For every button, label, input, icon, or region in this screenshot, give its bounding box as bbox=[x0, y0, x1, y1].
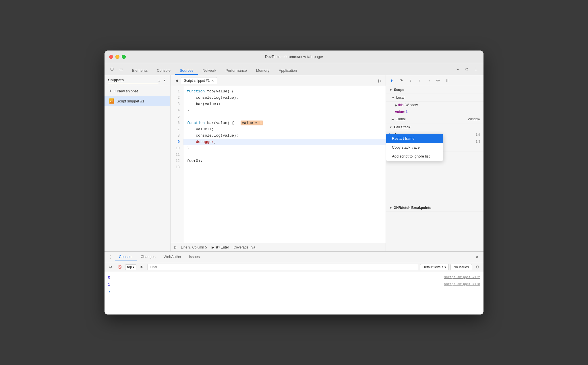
console-source-0[interactable]: Script snippet #1:2 bbox=[444, 275, 480, 279]
editor-nav-back-icon[interactable]: ◀ bbox=[173, 77, 180, 84]
call-stack-header[interactable]: ▼ Call Stack bbox=[386, 123, 483, 131]
code-line-2: console.log(value); bbox=[183, 95, 386, 101]
line-num-12: 12 bbox=[171, 158, 183, 164]
local-arrow-icon: ▼ bbox=[392, 96, 394, 99]
xhr-breakpoints-header[interactable]: ▼ XHR/fetch Breakpoints bbox=[386, 204, 483, 212]
bottom-tab-console[interactable]: Console bbox=[115, 253, 137, 261]
line-col-indicator: Line 9, Column 5 bbox=[181, 245, 207, 249]
scope-section: ▼ Scope ▼ Local ▶ this: Window value: 1 bbox=[386, 86, 483, 123]
code-line-1: function foo(value) { bbox=[183, 88, 386, 95]
global-header[interactable]: ▶ Global Window bbox=[386, 115, 483, 123]
tab-memory[interactable]: Memory bbox=[252, 67, 274, 75]
maximize-button[interactable] bbox=[122, 55, 126, 59]
main-content: Snippets » ⋮ + + New snippet JS Script s… bbox=[105, 75, 483, 251]
editor-run-icon[interactable]: ▷ bbox=[376, 77, 383, 84]
scope-header[interactable]: ▼ Scope bbox=[386, 86, 483, 94]
pause-on-exception-btn[interactable]: ⏸ bbox=[443, 77, 451, 85]
global-value: Window bbox=[468, 117, 480, 121]
console-entry-0: 0 Script snippet #1:2 bbox=[105, 274, 483, 281]
code-editor[interactable]: 1 2 3 4 5 6 7 8 9 10 11 12 13 function f… bbox=[171, 86, 386, 243]
frame-bar-location: 1:9 bbox=[476, 133, 480, 136]
deactivate-btn[interactable]: ✏ bbox=[434, 77, 442, 85]
top-context-select[interactable]: top ▾ bbox=[125, 264, 136, 270]
editor-tab-close-icon[interactable]: × bbox=[211, 79, 214, 83]
default-levels-dropdown[interactable]: Default levels ▾ bbox=[420, 264, 449, 270]
line-num-1: 1 bbox=[171, 88, 183, 95]
scope-this-key: this bbox=[398, 103, 404, 107]
tab-bar: ⬡ ▭ Elements Console Sources Network Per… bbox=[105, 63, 483, 75]
format-btn[interactable]: {} bbox=[174, 245, 176, 249]
bottom-tab-webauthn[interactable]: WebAuthn bbox=[160, 253, 185, 261]
eye-icon-btn[interactable]: 👁 bbox=[138, 263, 146, 271]
sidebar-kebab-icon[interactable]: ⋮ bbox=[162, 78, 167, 83]
debug-toolbar: ⏵ ↷ ↓ ↑ → ✏ ⏸ bbox=[386, 75, 483, 86]
context-menu-copy-stack-trace[interactable]: Copy stack trace bbox=[386, 143, 443, 152]
more-tabs-icon[interactable]: » bbox=[454, 65, 462, 73]
bottom-panel-close-icon[interactable]: × bbox=[473, 253, 481, 261]
local-header[interactable]: ▼ Local bbox=[386, 94, 483, 102]
code-line-5 bbox=[183, 114, 386, 120]
code-line-6: function bar(value) { value = 1 bbox=[183, 120, 386, 126]
status-bar: {} Line 9, Column 5 ▶ ⌘+Enter Coverage: … bbox=[171, 243, 386, 251]
frame-foo-location: 1:3 bbox=[476, 140, 480, 143]
tab-bar-right: » ⚙ ⋮ bbox=[454, 65, 480, 75]
code-line-12: foo(0); bbox=[183, 158, 386, 164]
tab-application[interactable]: Application bbox=[274, 67, 302, 75]
cursor-icon[interactable]: ⬡ bbox=[108, 65, 116, 73]
console-source-1[interactable]: Script snippet #1:8 bbox=[444, 282, 480, 286]
tab-performance[interactable]: Performance bbox=[221, 67, 251, 75]
new-snippet-button[interactable]: + + New snippet bbox=[105, 86, 170, 96]
tab-sources[interactable]: Sources bbox=[175, 67, 198, 75]
minimize-button[interactable] bbox=[115, 55, 119, 59]
step-into-btn[interactable]: ↓ bbox=[407, 77, 415, 85]
no-issues-button[interactable]: No Issues bbox=[450, 264, 472, 270]
editor-tab-label: Script snippet #1 bbox=[184, 79, 210, 83]
console-filter-input[interactable] bbox=[147, 264, 418, 270]
bottom-tab-changes[interactable]: Changes bbox=[137, 253, 160, 261]
run-icon: ▶ bbox=[212, 245, 214, 249]
context-menu-add-to-ignore[interactable]: Add script to ignore list bbox=[386, 152, 443, 161]
call-stack-arrow-icon: ▼ bbox=[389, 126, 392, 129]
bottom-panel-kebab-icon[interactable]: ⋮ bbox=[107, 253, 115, 261]
snippet-item-1[interactable]: JS Script snippet #1 bbox=[105, 96, 170, 106]
coverage-indicator: Coverage: n/a bbox=[233, 245, 255, 249]
call-stack-title: Call Stack bbox=[394, 125, 410, 129]
devtools-nav-icons: ⬡ ▭ bbox=[108, 65, 125, 75]
scope-arrow-icon: ▼ bbox=[389, 88, 392, 92]
settings-icon[interactable]: ⚙ bbox=[463, 65, 471, 73]
filter-btn[interactable]: 🚫 bbox=[116, 263, 123, 271]
tab-network[interactable]: Network bbox=[198, 67, 221, 75]
editor-tab-snippet1[interactable]: Script snippet #1 × bbox=[181, 77, 217, 84]
line-num-5: 5 bbox=[171, 114, 183, 120]
console-settings-icon[interactable]: ⚙ bbox=[474, 263, 481, 271]
scope-value-val: 1 bbox=[406, 110, 408, 114]
bottom-tab-issues[interactable]: Issues bbox=[185, 253, 204, 261]
line-num-6: 6 bbox=[171, 120, 183, 126]
context-menu: Restart frame Copy stack trace Add scrip… bbox=[386, 134, 443, 161]
plus-icon: + bbox=[109, 88, 112, 94]
context-menu-restart-frame[interactable]: Restart frame bbox=[386, 134, 443, 143]
tab-elements[interactable]: Elements bbox=[127, 67, 152, 75]
step-over-btn[interactable]: ↷ bbox=[397, 77, 405, 85]
title-bar: DevTools - chrome://new-tab-page/ bbox=[105, 51, 483, 63]
code-line-8: console.log(value); bbox=[183, 133, 386, 139]
code-line-3: bar(value); bbox=[183, 101, 386, 107]
device-toggle-icon[interactable]: ▭ bbox=[117, 65, 125, 73]
snippet-file-icon: JS bbox=[109, 98, 114, 104]
clear-console-btn[interactable]: ⊘ bbox=[107, 263, 114, 271]
console-prompt[interactable]: › bbox=[105, 288, 483, 296]
prompt-arrow-icon: › bbox=[108, 289, 111, 294]
line-num-10: 10 bbox=[171, 145, 183, 152]
close-button[interactable] bbox=[109, 55, 113, 59]
sidebar-more-btn[interactable]: » bbox=[158, 78, 160, 83]
tab-console[interactable]: Console bbox=[152, 67, 175, 75]
step-out-btn[interactable]: ↑ bbox=[416, 77, 424, 85]
resume-btn[interactable]: ⏵ bbox=[388, 77, 396, 85]
line-num-8: 8 bbox=[171, 133, 183, 139]
code-line-11 bbox=[183, 152, 386, 158]
step-btn[interactable]: → bbox=[425, 77, 433, 85]
line-num-7: 7 bbox=[171, 126, 183, 133]
more-options-icon[interactable]: ⋮ bbox=[472, 65, 480, 73]
console-toolbar: ⊘ 🚫 top ▾ 👁 Default levels ▾ No Issues ⚙ bbox=[105, 262, 483, 272]
run-btn[interactable]: ▶ ⌘+Enter bbox=[212, 245, 229, 249]
